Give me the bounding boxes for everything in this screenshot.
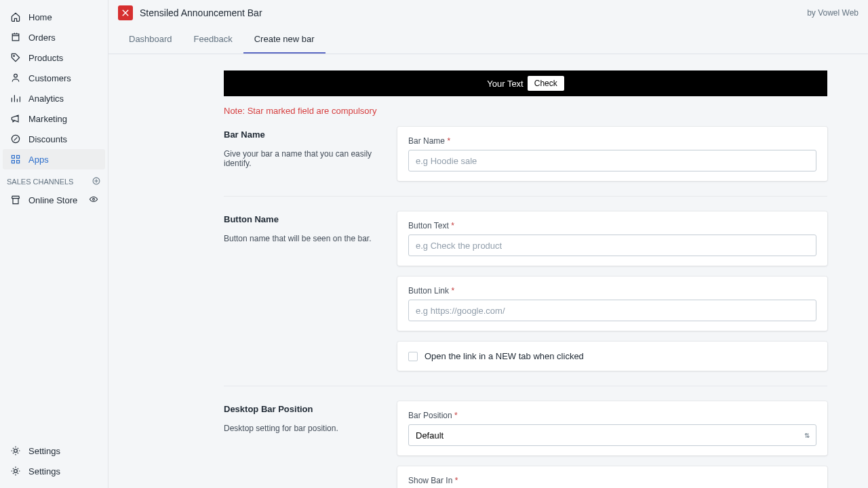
app-title: Stensiled Announcement Bar <box>140 7 262 18</box>
nav-label: Apps <box>28 155 49 165</box>
nav-label: Settings <box>28 466 60 476</box>
preview-text: Your Text <box>487 79 524 89</box>
orders-icon <box>9 31 22 43</box>
tag-icon <box>9 52 22 64</box>
person-icon <box>9 72 22 84</box>
card-bar-position: Bar Position * Default ⇅ <box>397 401 827 455</box>
svg-point-8 <box>93 198 95 200</box>
nav-label: Orders <box>28 33 56 43</box>
bar-position-select[interactable]: Default <box>408 424 816 446</box>
discount-icon <box>9 133 22 145</box>
tabs: Dashboard Feedback Create new bar <box>108 26 868 54</box>
section-button-name: Button Name Button name that will be see… <box>224 211 827 386</box>
card-open-new-tab: Open the link in a NEW tab when clicked <box>397 342 827 371</box>
byline: by Vowel Web <box>807 8 859 18</box>
show-bar-label: Show Bar In * <box>408 476 816 485</box>
nav-customers[interactable]: Customers <box>3 68 105 88</box>
main: Stensiled Announcement Bar by Vowel Web … <box>108 0 868 488</box>
button-link-input[interactable] <box>408 300 816 321</box>
apps-icon <box>9 153 22 165</box>
nav-settings-2[interactable]: Settings <box>3 461 105 481</box>
add-channel-icon[interactable] <box>92 176 101 187</box>
store-icon <box>9 194 22 206</box>
nav-online-store[interactable]: Online Store <box>3 190 105 210</box>
nav-label: Customers <box>28 73 71 83</box>
button-text-label: Button Text * <box>408 221 816 230</box>
nav-products[interactable]: Products <box>3 47 105 68</box>
card-bar-name: Bar Name * <box>397 127 827 181</box>
button-link-label: Button Link * <box>408 286 816 296</box>
tab-dashboard[interactable]: Dashboard <box>118 26 183 54</box>
section-desc: Desktop setting for bar position. <box>224 424 384 433</box>
section-desktop-position: Desktop Bar Position Desktop setting for… <box>224 401 827 488</box>
sales-channels-label: SALES CHANNELS <box>7 178 73 186</box>
nav-label: Home <box>28 12 52 22</box>
nav-marketing[interactable]: Marketing <box>3 108 105 129</box>
tab-feedback[interactable]: Feedback <box>183 26 243 54</box>
new-tab-label: Open the link in a NEW tab when clicked <box>425 351 584 361</box>
section-bar-name: Bar Name Give your bar a name that you c… <box>224 127 827 197</box>
megaphone-icon <box>9 113 22 125</box>
sidebar: Home Orders Products Customers Analytics… <box>0 0 108 488</box>
eye-icon[interactable] <box>89 195 98 206</box>
form-note: Note: Star marked field are compulsory <box>224 106 827 116</box>
nav-label: Analytics <box>28 94 64 104</box>
chart-icon <box>9 92 22 104</box>
svg-rect-6 <box>17 161 20 163</box>
svg-point-9 <box>14 449 18 453</box>
card-button-text: Button Text * <box>397 211 827 266</box>
preview-button[interactable]: Check <box>528 76 564 91</box>
topbar: Stensiled Announcement Bar by Vowel Web <box>108 0 868 26</box>
nav-discounts[interactable]: Discounts <box>3 129 105 149</box>
section-desc: Button name that will be seen on the bar… <box>224 234 384 243</box>
nav-home[interactable]: Home <box>3 7 105 27</box>
nav-label: Discounts <box>28 134 67 144</box>
card-button-link: Button Link * <box>397 277 827 331</box>
nav-apps[interactable]: Apps <box>3 149 105 169</box>
bar-name-input[interactable] <box>408 150 816 171</box>
section-title: Desktop Bar Position <box>224 404 384 414</box>
section-desc: Give your bar a name that you can easily… <box>224 149 384 168</box>
button-text-input[interactable] <box>408 235 816 256</box>
bar-name-label: Bar Name * <box>408 136 816 146</box>
preview-bar: Your Text Check <box>224 70 827 96</box>
content: Your Text Check Note: Star marked field … <box>108 54 868 488</box>
sales-channels-header: SALES CHANNELS <box>0 169 108 190</box>
section-title: Bar Name <box>224 129 384 140</box>
app-icon <box>118 5 133 20</box>
card-show-bar-in: Show Bar In * Default ⇅ <box>397 466 827 488</box>
svg-point-10 <box>14 470 18 473</box>
nav-label: Marketing <box>28 114 67 124</box>
nav-label: Settings <box>28 446 60 456</box>
nav-orders[interactable]: Orders <box>3 27 105 47</box>
new-tab-checkbox[interactable] <box>408 352 418 361</box>
tab-create-new-bar[interactable]: Create new bar <box>243 26 326 54</box>
gear-icon <box>9 465 22 477</box>
nav-label: Products <box>28 53 63 63</box>
svg-point-0 <box>14 56 15 57</box>
svg-rect-5 <box>12 161 14 163</box>
svg-rect-3 <box>12 155 14 158</box>
svg-rect-4 <box>17 155 20 158</box>
nav-label: Online Store <box>28 195 77 205</box>
svg-point-1 <box>14 74 18 77</box>
bar-position-label: Bar Position * <box>408 411 816 420</box>
gear-icon <box>9 445 22 457</box>
nav-analytics[interactable]: Analytics <box>3 88 105 108</box>
section-title: Button Name <box>224 214 384 224</box>
home-icon <box>9 11 22 23</box>
nav-settings-1[interactable]: Settings <box>3 441 105 461</box>
